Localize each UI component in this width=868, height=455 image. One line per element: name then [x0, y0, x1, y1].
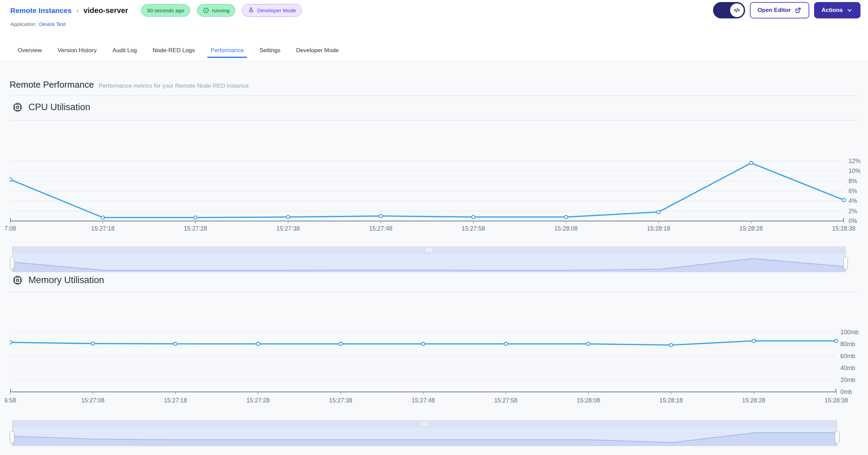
- play-circle-icon: [203, 7, 209, 14]
- svg-text:15:27:28: 15:27:28: [184, 225, 207, 232]
- svg-text:0mb: 0mb: [840, 388, 852, 395]
- slider-drag-handle-icon[interactable]: [426, 248, 431, 252]
- tab-developer-mode[interactable]: Developer Mode: [293, 40, 342, 61]
- tab-label: Performance: [211, 47, 244, 54]
- slider-right-handle[interactable]: [835, 431, 839, 443]
- developer-mode-toggle[interactable]: [713, 2, 745, 18]
- slider-track[interactable]: [12, 246, 845, 254]
- svg-text:15:27:08: 15:27:08: [81, 397, 104, 404]
- breadcrumb: Remote Instances › video-server 30 secon…: [10, 4, 302, 17]
- tab-node-red-logs[interactable]: Node-RED Logs: [149, 40, 198, 61]
- cpu-chart-range-slider[interactable]: [12, 246, 845, 272]
- divider: [10, 120, 858, 120]
- svg-text:0%: 0%: [849, 218, 857, 224]
- instance-name: video-server: [83, 6, 128, 15]
- svg-text:15:28:38: 15:28:38: [825, 397, 848, 404]
- tab-settings[interactable]: Settings: [256, 40, 284, 61]
- svg-text:10%: 10%: [849, 167, 860, 174]
- slider-minimap: [12, 428, 837, 446]
- tab-label: Node-RED Logs: [153, 47, 195, 54]
- slider-drag-handle-icon[interactable]: [422, 422, 427, 426]
- tab-audit-log[interactable]: Audit Log: [109, 40, 140, 61]
- application-link[interactable]: Device Test: [39, 21, 66, 27]
- tab-label: Audit Log: [112, 47, 137, 54]
- tab-label: Version History: [58, 47, 97, 54]
- chevron-down-icon: [846, 7, 853, 14]
- last-seen-label: 30 seconds ago: [147, 8, 184, 14]
- svg-text:60mb: 60mb: [840, 353, 855, 359]
- svg-text:15:28:28: 15:28:28: [740, 225, 763, 232]
- status-badge: running: [197, 4, 236, 17]
- svg-text:15:27:28: 15:27:28: [246, 397, 270, 404]
- svg-text:12%: 12%: [849, 158, 860, 164]
- memory-minimap-chart: [12, 428, 837, 446]
- slider-minimap: [12, 254, 845, 272]
- actions-button[interactable]: Actions: [814, 2, 860, 18]
- svg-text:15:27:58: 15:27:58: [462, 225, 485, 232]
- slider-track[interactable]: [12, 420, 837, 428]
- svg-text:4%: 4%: [849, 197, 857, 204]
- svg-text:100mb: 100mb: [840, 329, 859, 336]
- tab-label: Overview: [18, 47, 42, 54]
- svg-text:15:27:48: 15:27:48: [412, 397, 435, 404]
- toggle-knob: [730, 3, 744, 17]
- divider: [10, 292, 858, 292]
- breadcrumb-separator-icon: ›: [76, 6, 80, 14]
- page: Remote Instances › video-server 30 secon…: [0, 0, 868, 455]
- tab-overview[interactable]: Overview: [14, 40, 45, 61]
- developer-mode-label: Developer Mode: [257, 8, 296, 14]
- header-actions: Open Editor Actions: [713, 2, 860, 18]
- tab-label: Settings: [259, 47, 280, 54]
- svg-text:15:27:38: 15:27:38: [329, 397, 352, 404]
- code-icon: [733, 6, 741, 14]
- tab-label: Developer Mode: [296, 47, 339, 54]
- tab-bar: OverviewVersion HistoryAudit LogNode-RED…: [14, 40, 342, 61]
- open-editor-button[interactable]: Open Editor: [750, 2, 809, 18]
- cpu-section-heading: CPU Utilisation: [12, 102, 90, 113]
- developer-mode-badge: Developer Mode: [242, 4, 302, 17]
- memory-section-heading: Memory Utilisation: [12, 275, 104, 285]
- svg-text:15:28:28: 15:28:28: [742, 397, 765, 404]
- performance-panel: Remote Performance Performance metrics f…: [0, 61, 868, 455]
- flask-icon: [248, 7, 254, 14]
- svg-text:40mb: 40mb: [840, 365, 855, 371]
- tab-performance[interactable]: Performance: [207, 40, 247, 61]
- cpu-utilisation-chart[interactable]: 0%2%4%6%8%10%12%7:0815:27:1815:27:2815:2…: [0, 147, 868, 241]
- last-seen-badge: 30 seconds ago: [141, 4, 190, 17]
- breadcrumb-link-remote-instances[interactable]: Remote Instances: [10, 6, 72, 15]
- svg-text:15:28:38: 15:28:38: [832, 225, 855, 232]
- memory-utilisation-chart[interactable]: 0mb20mb40mb60mb80mb100mb6:5815:27:0815:2…: [0, 321, 868, 416]
- slider-right-handle[interactable]: [843, 257, 848, 269]
- active-tab-indicator: [207, 57, 247, 58]
- svg-text:15:28:08: 15:28:08: [554, 225, 578, 232]
- cpu-chip-icon: [12, 275, 23, 285]
- external-link-icon: [794, 6, 802, 14]
- divider: [10, 96, 858, 96]
- memory-section-title: Memory Utilisation: [28, 275, 104, 285]
- slider-left-handle[interactable]: [10, 431, 14, 443]
- memory-chart-range-slider[interactable]: [12, 420, 837, 446]
- page-head: Remote Performance Performance metrics f…: [10, 79, 248, 90]
- page-subtitle: Performance metrics for your Remote Node…: [99, 83, 248, 89]
- svg-text:80mb: 80mb: [840, 341, 855, 348]
- svg-text:15:27:48: 15:27:48: [369, 225, 392, 232]
- svg-text:15:27:38: 15:27:38: [276, 225, 300, 232]
- cpu-section-title: CPU Utilisation: [28, 102, 90, 113]
- svg-text:6:58: 6:58: [4, 397, 16, 404]
- svg-text:7:08: 7:08: [4, 225, 16, 232]
- cpu-chip-icon: [12, 102, 23, 113]
- svg-text:15:28:08: 15:28:08: [577, 397, 600, 404]
- application-row: Application: Device Test: [10, 21, 66, 27]
- cpu-minimap-chart: [12, 254, 845, 272]
- svg-text:15:28:18: 15:28:18: [647, 225, 670, 232]
- svg-text:8%: 8%: [849, 178, 857, 185]
- svg-text:15:28:18: 15:28:18: [659, 397, 683, 404]
- open-editor-label: Open Editor: [757, 7, 791, 14]
- svg-text:20mb: 20mb: [840, 377, 855, 383]
- svg-text:15:27:58: 15:27:58: [494, 397, 517, 404]
- svg-text:15:27:18: 15:27:18: [91, 225, 114, 232]
- svg-text:15:27:18: 15:27:18: [164, 397, 187, 404]
- tab-version-history[interactable]: Version History: [54, 40, 100, 61]
- page-title: Remote Performance: [10, 79, 94, 90]
- slider-left-handle[interactable]: [10, 257, 14, 269]
